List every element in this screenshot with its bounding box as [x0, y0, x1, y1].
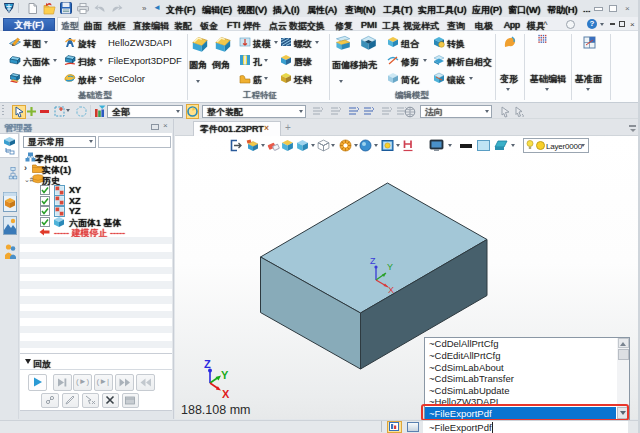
svg-text:Y: Y — [387, 262, 393, 272]
svg-text:Y: Y — [221, 369, 229, 381]
svg-text:Z: Z — [204, 358, 211, 370]
svg-text:Z: Z — [370, 256, 376, 266]
svg-text:X: X — [222, 388, 230, 400]
svg-text:X: X — [388, 285, 394, 295]
